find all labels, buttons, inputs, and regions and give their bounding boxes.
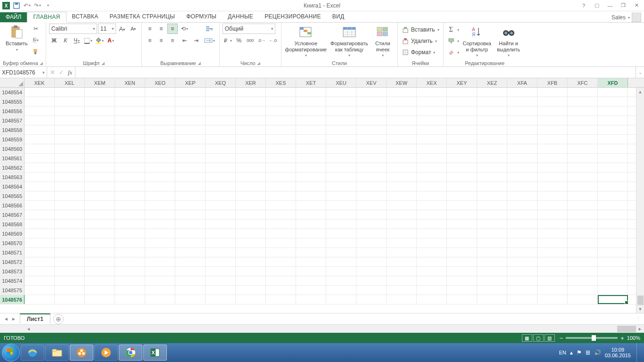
cell[interactable] [145, 229, 175, 238]
ribbon-display-icon[interactable]: ▢ [591, 1, 603, 10]
cell[interactable] [175, 125, 206, 134]
cell[interactable] [55, 276, 85, 285]
cell[interactable] [115, 210, 145, 219]
cell[interactable] [85, 248, 115, 257]
qat-customize-icon[interactable]: ▾ [43, 1, 52, 10]
cell[interactable] [568, 107, 598, 115]
cell[interactable] [175, 191, 206, 200]
cell[interactable] [236, 295, 266, 304]
excel-app-icon[interactable]: X [2, 1, 10, 10]
cell[interactable] [85, 97, 115, 106]
view-normal-icon[interactable]: ▦ [522, 334, 532, 342]
cell[interactable] [25, 88, 55, 97]
cell[interactable] [115, 267, 145, 276]
cell[interactable] [115, 173, 145, 181]
cell[interactable] [55, 220, 85, 229]
cell[interactable] [537, 286, 568, 295]
tab-формулы[interactable]: ФОРМУЛЫ [181, 12, 222, 22]
cell[interactable] [447, 107, 477, 115]
copy-button[interactable]: ⎘▾ [31, 35, 41, 45]
cell[interactable] [115, 125, 145, 134]
cell[interactable] [236, 191, 266, 200]
cell[interactable] [206, 97, 236, 106]
cell[interactable] [417, 257, 447, 266]
cell[interactable] [447, 295, 477, 304]
cell[interactable] [25, 276, 55, 285]
cell[interactable] [537, 220, 568, 229]
cell[interactable] [115, 154, 145, 163]
font-name-combo[interactable]: Calibri [49, 24, 97, 34]
cell[interactable] [537, 267, 568, 276]
cell[interactable] [145, 220, 175, 229]
cell[interactable] [598, 220, 628, 229]
cell[interactable] [568, 248, 598, 257]
cell[interactable] [477, 267, 507, 276]
column-header[interactable]: XEZ [477, 78, 507, 87]
cell[interactable] [507, 248, 537, 257]
cell[interactable] [145, 239, 175, 247]
percent-format-button[interactable]: % [234, 35, 244, 46]
cell[interactable] [326, 144, 356, 153]
formula-input[interactable] [75, 67, 636, 78]
cell[interactable] [115, 135, 145, 144]
cell[interactable] [598, 248, 628, 257]
cell[interactable] [417, 116, 447, 125]
cell[interactable] [145, 163, 175, 172]
cell[interactable] [447, 135, 477, 144]
cell[interactable] [417, 144, 447, 153]
cell[interactable] [477, 210, 507, 219]
cell[interactable] [175, 163, 206, 172]
cell[interactable] [25, 182, 55, 191]
cell[interactable] [417, 276, 447, 285]
cell[interactable] [417, 135, 447, 144]
cell[interactable] [326, 191, 356, 200]
cell[interactable] [326, 125, 356, 134]
paste-button[interactable]: Вставить▾ [4, 24, 29, 52]
cell[interactable] [537, 182, 568, 191]
column-header[interactable]: XFC [568, 78, 598, 87]
cell[interactable] [507, 201, 537, 210]
cell[interactable] [537, 229, 568, 238]
cell[interactable] [175, 286, 206, 295]
cell[interactable] [115, 191, 145, 200]
cell[interactable] [115, 295, 145, 304]
cell[interactable] [206, 210, 236, 219]
cell[interactable] [25, 201, 55, 210]
cell[interactable] [85, 135, 115, 144]
cell[interactable] [236, 220, 266, 229]
cell[interactable] [55, 144, 85, 153]
select-all-corner[interactable] [0, 78, 25, 87]
tab-вставка[interactable]: ВСТАВКА [66, 12, 104, 22]
tab-file[interactable]: ФАЙЛ [0, 12, 27, 22]
cell[interactable] [175, 182, 206, 191]
minimize-icon[interactable]: — [604, 1, 616, 10]
cell[interactable] [447, 248, 477, 257]
cell[interactable] [356, 248, 387, 257]
row-header[interactable]: 1048563 [0, 173, 25, 181]
column-header[interactable]: XEO [145, 78, 175, 87]
cell[interactable] [145, 107, 175, 115]
cell[interactable] [175, 88, 206, 97]
scroll-right-icon[interactable]: ► [636, 327, 644, 331]
column-header[interactable]: XEN [115, 78, 145, 87]
cell[interactable] [507, 295, 537, 304]
tray-network-icon[interactable]: ⊞ [586, 349, 590, 356]
cell[interactable] [115, 248, 145, 257]
cell[interactable] [477, 276, 507, 285]
cell[interactable] [55, 107, 85, 115]
cell[interactable] [55, 88, 85, 97]
cell[interactable] [25, 229, 55, 238]
align-center-button[interactable]: ≡ [156, 35, 166, 46]
cell[interactable] [417, 173, 447, 181]
cell[interactable] [477, 88, 507, 97]
cut-button[interactable]: ✂ [31, 24, 41, 34]
cell[interactable] [85, 201, 115, 210]
cell[interactable] [537, 239, 568, 247]
cell[interactable] [507, 191, 537, 200]
cell[interactable] [145, 257, 175, 266]
sheet-tab-active[interactable]: Лист1 [20, 313, 50, 324]
cell[interactable] [206, 182, 236, 191]
cell[interactable] [206, 125, 236, 134]
cell[interactable] [417, 191, 447, 200]
cell[interactable] [175, 135, 206, 144]
